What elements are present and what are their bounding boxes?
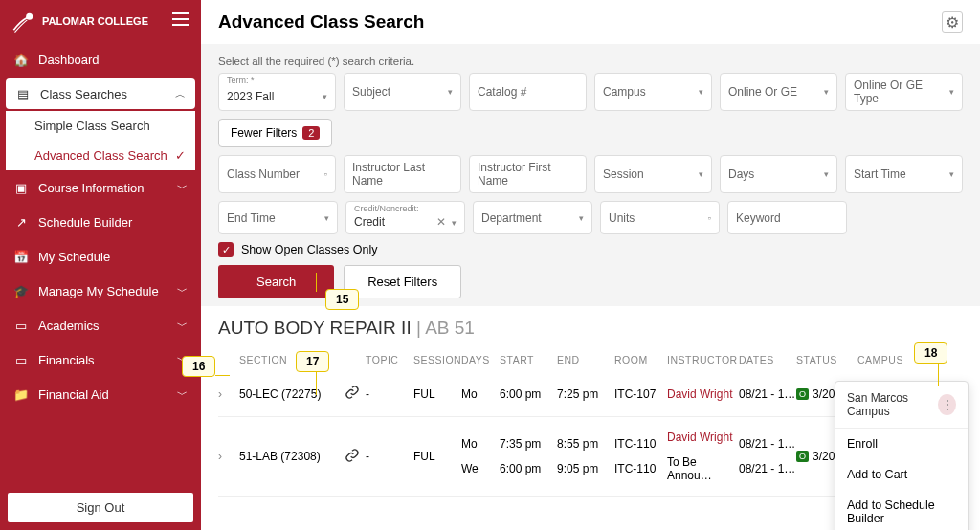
grad-icon: 🎓 — [13, 283, 29, 298]
nav-financial-aid[interactable]: 📁 Financial Aid ﹀ — [0, 377, 201, 411]
clear-icon[interactable]: ✕ — [436, 215, 446, 229]
svg-point-0 — [26, 13, 33, 20]
instructor-last-input[interactable]: Instructor Last Name — [344, 155, 461, 193]
open-only-checkbox[interactable]: ✓ — [218, 242, 234, 257]
catalog-input[interactable]: Catalog # — [469, 73, 587, 111]
menu-add-schedule-builder[interactable]: Add to Schedule Builder — [835, 490, 968, 530]
nav-simple-search[interactable]: Simple Class Search — [6, 111, 195, 141]
online-ge-type-select[interactable]: Online Or GE Type▾ — [845, 73, 963, 111]
nav: 🏠 Dashboard ▤ Class Searches ︿ Simple Cl… — [0, 42, 201, 485]
end-time-select[interactable]: End Time▾ — [218, 201, 338, 234]
nav-class-searches[interactable]: ▤ Class Searches ︿ — [6, 78, 195, 109]
table-header: SECTION TOPIC SESSION DAYS START END ROO… — [218, 348, 963, 371]
session-select[interactable]: Session▾ — [594, 155, 712, 193]
callout-18: 18 — [914, 342, 947, 364]
chevron-down-icon: ﹀ — [177, 387, 188, 402]
more-actions-button[interactable]: ⋮ — [938, 394, 956, 415]
info-icon: ▣ — [13, 180, 29, 195]
filter-count-badge: 2 — [302, 126, 320, 140]
nav-academics[interactable]: ▭ Academics ﹀ — [0, 308, 201, 342]
nav-schedule-builder[interactable]: ↗ Schedule Builder — [0, 205, 201, 239]
department-select[interactable]: Department▾ — [473, 201, 592, 234]
stepper-icon: ▫ — [324, 169, 327, 179]
nav-course-info[interactable]: ▣ Course Information ﹀ — [0, 170, 201, 205]
nav-advanced-search[interactable]: Advanced Class Search ✓ — [6, 141, 195, 170]
search-button[interactable]: Search — [218, 265, 334, 298]
campus-select[interactable]: Campus▾ — [594, 73, 712, 111]
book-icon: ▭ — [13, 318, 29, 333]
main: Advanced Class Search ⚙ Select all the r… — [201, 0, 980, 530]
section-cell: 50-LEC (72275) — [239, 387, 345, 401]
open-only-label: Show Open Classes Only — [241, 243, 377, 256]
brand-logo: PALOMAR COLLEGE — [11, 8, 148, 34]
link-icon[interactable] — [345, 385, 360, 400]
instructor-link[interactable]: David Wright — [667, 387, 732, 401]
home-icon: 🏠 — [13, 52, 29, 67]
credit-select[interactable]: Credit/Noncredit: Credit ✕▾ — [345, 201, 465, 234]
calendar-icon: 📅 — [13, 249, 29, 264]
nav-manage-schedule[interactable]: 🎓 Manage My Schedule ﹀ — [0, 274, 201, 308]
hamburger-icon[interactable] — [172, 12, 189, 30]
days-select[interactable]: Days▾ — [720, 155, 837, 193]
keyword-input[interactable]: Keyword — [727, 201, 847, 234]
comet-icon — [11, 8, 38, 34]
chevron-down-icon: ﹀ — [177, 319, 188, 333]
class-number-input[interactable]: Class Number▫ — [218, 155, 336, 193]
start-time-select[interactable]: Start Time▾ — [845, 155, 963, 193]
money-icon: ▭ — [13, 352, 29, 367]
callout-15: 15 — [325, 289, 359, 310]
chevron-down-icon: ﹀ — [177, 181, 188, 195]
chevron-down-icon: ▾ — [323, 92, 327, 101]
open-icon: ↗ — [13, 214, 29, 230]
chevron-down-icon: ﹀ — [177, 284, 188, 298]
fewer-filters-button[interactable]: Fewer Filters 2 — [218, 119, 332, 147]
folder-icon: 📁 — [13, 386, 29, 402]
menu-enroll[interactable]: Enroll — [835, 429, 968, 459]
chevron-up-icon: ︿ — [175, 87, 186, 101]
filters-panel: Select all the required (*) search crite… — [201, 44, 980, 306]
nav-dashboard[interactable]: 🏠 Dashboard — [0, 42, 201, 77]
row-actions-menu: San Marcos Campus ⋮ Enroll Add to Cart A… — [835, 381, 969, 530]
instructor-link[interactable]: David Wright — [667, 431, 739, 444]
gear-icon: ⚙ — [946, 13, 959, 32]
term-select[interactable]: Term: * 2023 Fall▾ — [218, 73, 336, 111]
subject-select[interactable]: Subject▾ — [344, 73, 461, 111]
list-icon: ▤ — [15, 86, 31, 101]
nav-financials[interactable]: ▭ Financials ﹀ — [0, 342, 201, 377]
reset-filters-button[interactable]: Reset Filters — [344, 265, 461, 298]
dots-icon: ⋮ — [941, 397, 954, 412]
menu-add-cart[interactable]: Add to Cart — [835, 459, 968, 490]
check-icon: ✓ — [175, 148, 186, 163]
section-cell: 51-LAB (72308) — [239, 450, 345, 463]
sidebar: PALOMAR COLLEGE 🏠 Dashboard ▤ Class Sear… — [0, 0, 201, 530]
expand-toggle[interactable]: › — [218, 450, 239, 463]
status-badge: O — [796, 451, 809, 462]
online-ge-select[interactable]: Online Or GE▾ — [720, 73, 837, 111]
popup-campus: San Marcos Campus — [847, 391, 938, 418]
sign-out-button[interactable]: Sign Out — [8, 493, 193, 522]
course-title: AUTO BODY REPAIR II | AB 51 — [218, 318, 963, 339]
units-input[interactable]: Units▫ — [600, 201, 720, 234]
callout-17: 17 — [296, 351, 329, 372]
filters-help: Select all the required (*) search crite… — [218, 55, 963, 67]
callout-16: 16 — [182, 356, 215, 377]
instructor-first-input[interactable]: Instructor First Name — [469, 155, 587, 193]
nav-my-schedule[interactable]: 📅 My Schedule — [0, 239, 201, 274]
settings-button[interactable]: ⚙ — [942, 11, 963, 33]
status-badge: O — [796, 388, 809, 400]
page-title: Advanced Class Search — [218, 11, 424, 33]
link-icon[interactable] — [345, 448, 360, 463]
stepper-icon: ▫ — [708, 213, 711, 223]
